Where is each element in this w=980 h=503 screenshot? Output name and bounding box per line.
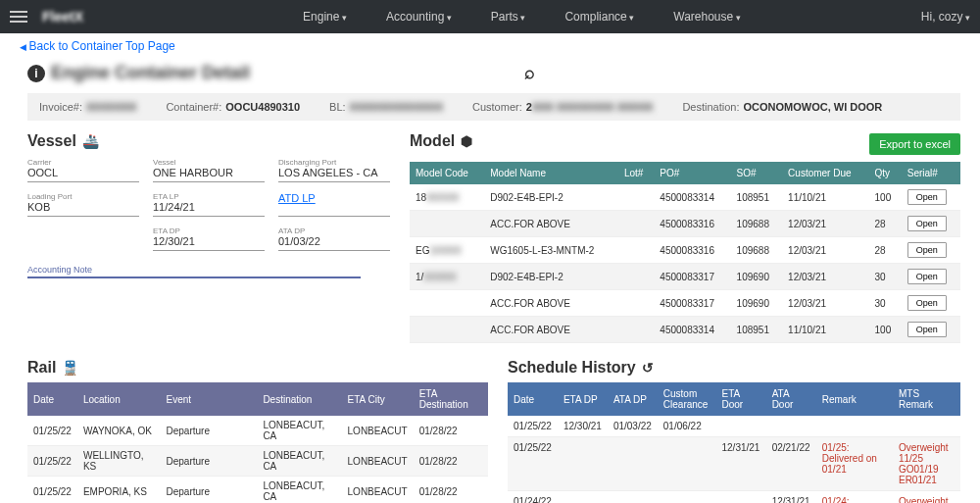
hamburger-menu[interactable] (10, 8, 27, 25)
info-icon: i (27, 65, 45, 82)
col-header[interactable]: Location (77, 382, 161, 416)
cell: 1/XXXXX (410, 264, 484, 290)
col-header[interactable]: Model Name (484, 162, 618, 184)
col-header[interactable]: PO# (654, 162, 730, 184)
cell: 28 (869, 211, 902, 237)
field-value: ONE HARBOUR (153, 167, 265, 178)
schedule-table: DateETA DPATA DPCustom ClearanceETA Door… (508, 382, 960, 503)
field-value[interactable]: ATD LP (278, 192, 390, 204)
open-button[interactable]: Open (907, 242, 947, 258)
col-header[interactable]: ATA Door (766, 382, 816, 416)
search-icon[interactable]: ⌕ (524, 63, 535, 83)
col-header[interactable]: Customer Due (782, 162, 868, 184)
cell: 01/24/22 (508, 491, 558, 504)
col-header[interactable]: SO# (731, 162, 783, 184)
col-header[interactable]: ETA DP (558, 382, 608, 416)
col-header[interactable]: MTS Remark (893, 382, 960, 416)
col-header[interactable]: ETA Door (716, 382, 766, 416)
cell: 4500083316 (654, 211, 730, 237)
col-header[interactable]: Destination (257, 382, 341, 416)
cell (410, 211, 484, 237)
col-header[interactable]: ATA DP (608, 382, 658, 416)
nav-item-engine[interactable]: Engine (303, 10, 347, 24)
page-title: Engine Container Detail (51, 63, 250, 83)
accounting-note-field[interactable]: Accounting Note (27, 265, 361, 278)
open-button[interactable]: Open (907, 322, 947, 337)
vessel-title: Vessel🚢 (27, 132, 390, 150)
col-header[interactable]: Qty (869, 162, 902, 184)
col-header[interactable]: ETA City (342, 382, 414, 416)
table-row: EG1XXXXWG1605-L-E3-MNTM-2450008331610968… (410, 237, 960, 264)
cell: LONBEACUT, CA (257, 477, 341, 504)
cell: EG1XXXX (410, 237, 484, 264)
rail-title: Rail🚆 (27, 359, 488, 377)
cell: Departure (160, 416, 257, 446)
cell (410, 317, 484, 343)
col-header[interactable]: Custom Clearance (658, 382, 716, 416)
cell: 109688 (731, 211, 783, 237)
user-menu[interactable]: Hi, cozy (921, 10, 970, 24)
field-value: 11/24/21 (153, 201, 265, 213)
open-button[interactable]: Open (907, 295, 947, 311)
cell: 100 (869, 317, 902, 343)
cell: ACC.FOR ABOVE (484, 317, 618, 343)
nav-item-accounting[interactable]: Accounting (386, 10, 452, 24)
table-row: 01/25/2212/31/2102/21/2201/25: Delivered… (508, 437, 960, 491)
cell: 01/25/22 (27, 477, 77, 504)
cell: WG1605-L-E3-MNTM-2 (484, 237, 618, 264)
cell: Departure (160, 477, 257, 504)
cell: 4500083314 (654, 184, 730, 211)
open-button[interactable]: Open (907, 189, 947, 205)
cell: Departure (160, 446, 257, 477)
nav-item-warehouse[interactable]: Warehouse (673, 10, 740, 24)
table-row: ACC.FOR ABOVE450008331410895111/10/21100… (410, 317, 960, 343)
nav-item-compliance[interactable]: Compliance (564, 10, 634, 24)
rail-table: DateLocationEventDestinationETA CityETA … (27, 382, 488, 503)
cell: WELLINGTO, KS (77, 446, 161, 477)
dest-value: OCONOMOWOC, WI DOOR (743, 101, 882, 113)
vessel-field: ATD LP (278, 190, 390, 217)
cell: 11/10/21 (782, 184, 868, 211)
cell (658, 491, 716, 504)
field-value: LOS ANGELES - CA (278, 167, 390, 178)
export-excel-button[interactable]: Export to excel (869, 133, 960, 155)
field-label: Loading Port (27, 192, 139, 201)
col-header[interactable]: Remark (816, 382, 893, 416)
cell: 109688 (731, 237, 783, 264)
vessel-field: Loading PortKOB (27, 190, 139, 217)
field-label: ATA DP (278, 226, 390, 235)
nav-item-parts[interactable]: Parts (491, 10, 526, 24)
dest-label: Destination: (682, 101, 739, 113)
col-header[interactable]: Model Code (410, 162, 484, 184)
cell (608, 491, 658, 504)
cell: D902-E4B-EPI-2 (484, 264, 618, 290)
vessel-field: VesselONE HARBOUR (153, 156, 265, 182)
cell: LONBEACUT, CA (257, 446, 341, 477)
col-header[interactable]: ETA Destination (414, 382, 488, 416)
table-row: ACC.FOR ABOVE450008331710969012/03/2130O… (410, 290, 960, 317)
back-link[interactable]: Back to Container Top Page (20, 39, 175, 53)
field-value: 01/03/22 (278, 235, 390, 247)
field-label: Discharging Port (278, 158, 390, 167)
cell: 01/25/22 (508, 437, 558, 491)
col-header[interactable]: Date (27, 382, 77, 416)
customer-label: Customer: (472, 101, 522, 113)
col-header[interactable]: Lot# (618, 162, 654, 184)
cell: 108951 (731, 184, 783, 211)
brand-logo: FleetX (42, 9, 83, 25)
cell: D902-E4B-EPI-2 (484, 184, 618, 211)
cell (816, 416, 893, 437)
cell: 4500083314 (654, 317, 730, 343)
cell: 12/30/21 (558, 416, 608, 437)
field-label: ETA DP (153, 226, 265, 235)
cell: EMPORIA, KS (77, 477, 161, 504)
col-header[interactable]: Date (508, 382, 558, 416)
cell (893, 416, 960, 437)
col-header[interactable]: Event (160, 382, 257, 416)
table-row: 01/25/22EMPORIA, KSDepartureLONBEACUT, C… (27, 477, 488, 504)
open-button[interactable]: Open (907, 216, 947, 231)
cell (618, 211, 654, 237)
cell: 01/25/22 (27, 446, 77, 477)
col-header[interactable]: Serial# (902, 162, 960, 184)
open-button[interactable]: Open (907, 269, 947, 284)
